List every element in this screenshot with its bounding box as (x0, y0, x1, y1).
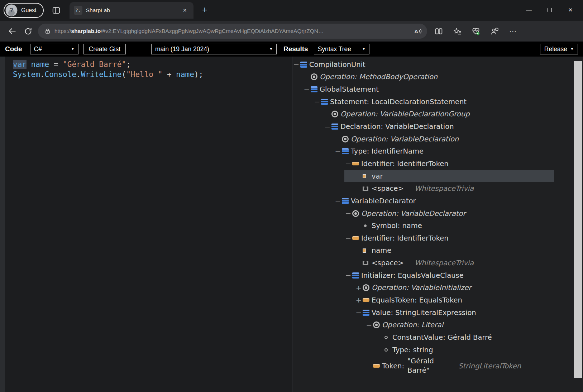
property-bullet-icon (363, 224, 372, 227)
read-aloud-button[interactable]: A (414, 28, 422, 34)
language-select[interactable]: C# ▼ (30, 44, 78, 54)
collapse-toggle[interactable]: − (334, 148, 342, 155)
maximize-button[interactable] (539, 0, 560, 20)
tree-row[interactable]: −VariableDeclarator (292, 195, 583, 207)
collapse-toggle[interactable]: − (355, 309, 363, 316)
tree-node-label: name (372, 246, 391, 255)
collapse-toggle[interactable]: − (292, 61, 300, 68)
maximize-icon (548, 8, 552, 12)
tree-row[interactable]: −Identifier: IdentifierToken (292, 158, 583, 170)
tree-row[interactable]: −Operation: Literal (292, 319, 583, 331)
chevron-down-icon: ▼ (269, 47, 273, 51)
tree-row[interactable]: name (292, 245, 583, 257)
tab-title: SharpLab (86, 7, 177, 14)
browser-tab-sharplab[interactable]: ?. SharpLab ✕ (70, 2, 193, 19)
operation-icon (373, 321, 382, 328)
guest-question-glyph: ? (5, 4, 18, 16)
url-scheme: https:// (54, 28, 71, 34)
expand-toggle[interactable]: + (355, 296, 363, 304)
operation-icon (363, 284, 372, 291)
tree-row[interactable]: −Identifier: IdentifierToken (292, 232, 583, 245)
create-gist-button[interactable]: Create Gist (83, 44, 126, 54)
tree-row[interactable]: −Declaration: VariableDeclaration (292, 120, 583, 133)
browser-essentials-button[interactable] (468, 23, 484, 39)
tree-row[interactable]: Type: string (292, 344, 583, 356)
token-icon (352, 162, 361, 165)
profile-button[interactable]: ? Guest (4, 3, 44, 18)
expand-toggle[interactable]: + (355, 284, 363, 291)
results-view-select[interactable]: Syntax Tree ▼ (314, 44, 369, 54)
editor-gutter (0, 57, 5, 392)
settings-more-button[interactable]: ⋯ (505, 23, 521, 39)
collapse-toggle[interactable]: − (365, 321, 373, 329)
code-token: ( (121, 70, 126, 79)
tree-node-label: <space> (372, 184, 404, 193)
collapse-toggle[interactable]: − (303, 86, 311, 93)
chevron-down-icon: ▼ (362, 47, 365, 51)
close-button[interactable]: ✕ (560, 0, 581, 20)
tree-row[interactable]: <space>WhitespaceTrivia (292, 257, 583, 269)
tree-row[interactable]: −Type: IdentifierName (292, 145, 583, 158)
split-screen-button[interactable] (431, 23, 446, 39)
tree-row[interactable]: −Operation: VariableDeclarator (292, 207, 583, 220)
token-value-icon (363, 248, 372, 253)
collapse-toggle[interactable]: − (344, 160, 352, 167)
tree-row[interactable]: <space>WhitespaceTrivia (292, 182, 583, 195)
code-editor[interactable]: var name = "Gérald Barré";System.Console… (0, 57, 292, 392)
tree-row[interactable]: −Value: StringLiteralExpression (292, 306, 583, 319)
tree-row[interactable]: ConstantValue: Gérald Barré (292, 331, 583, 344)
tree-node-label: Operation: Literal (382, 321, 443, 329)
tab-layout-icon (52, 6, 61, 15)
workspaces-button[interactable] (487, 23, 502, 39)
syntax-node-icon (342, 198, 351, 204)
tree-row[interactable]: Operation: VariableDeclaration (292, 133, 583, 145)
code-token: . (76, 70, 81, 79)
new-tab-button[interactable]: + (199, 4, 210, 17)
collapse-toggle[interactable]: − (313, 98, 321, 105)
refresh-button[interactable] (20, 23, 36, 39)
collapse-toggle[interactable]: − (344, 272, 352, 279)
token-icon (352, 236, 361, 240)
browser-essentials-icon (471, 26, 481, 36)
minimize-button[interactable]: — (519, 0, 539, 20)
tree-row[interactable]: Token:"Gérald Barré"StringLiteralToken (292, 356, 583, 375)
syntax-tree-panel: −CompilationUnitOperation: MethodBodyOpe… (292, 57, 583, 392)
node-kind-hint: StringLiteralToken (458, 362, 521, 370)
code-token: ); (194, 70, 203, 79)
tree-row[interactable]: +EqualsToken: EqualsToken (292, 294, 583, 306)
tab-actions-button[interactable] (51, 5, 62, 16)
tree-node-label: Identifier: IdentifierToken (361, 160, 449, 168)
tree-row[interactable]: Operation: VariableDeclarationGroup (292, 108, 583, 121)
tree-row[interactable]: −Statement: LocalDeclarationStatement (292, 96, 583, 108)
address-bar[interactable]: https://sharplab.io/#v2:EYLgtghglgdgNAFx… (38, 24, 427, 39)
collapse-toggle[interactable]: − (324, 123, 331, 130)
code-token: WriteLine (81, 70, 122, 79)
guest-avatar: ? (5, 4, 18, 16)
tree-node-label: Operation: VariableDeclarator (361, 209, 465, 218)
tree-row[interactable]: −GlobalStatement (292, 83, 583, 96)
collapse-toggle[interactable]: − (334, 197, 342, 204)
tree-node-label: Identifier: IdentifierToken (361, 234, 449, 242)
syntax-node-icon (321, 99, 330, 105)
tree-row[interactable]: Symbol: name (292, 219, 583, 232)
tree-row-selected[interactable]: var (292, 170, 583, 183)
code-line-2: System.Console.WriteLine("Hello " + name… (13, 70, 292, 80)
tree-row[interactable]: +Operation: VariableInitializer (292, 282, 583, 294)
release-mode-select[interactable]: Release ▼ (540, 44, 578, 54)
collapse-toggle[interactable]: − (344, 210, 352, 217)
tree-row[interactable]: −Initializer: EqualsValueClause (292, 269, 583, 282)
property-ring-icon (383, 336, 392, 339)
collapse-toggle[interactable]: − (344, 234, 352, 242)
tree-node-label: ConstantValue: Gérald Barré (392, 333, 492, 342)
branch-select[interactable]: main (19 Jan 2024) ▼ (151, 44, 277, 54)
favorites-button[interactable] (449, 23, 465, 39)
tab-close-icon[interactable]: ✕ (181, 6, 189, 15)
code-token: ; (126, 60, 131, 69)
back-button[interactable] (4, 23, 20, 39)
tree-row[interactable]: −CompilationUnit (292, 58, 583, 71)
code-token: name (31, 60, 49, 69)
tree-node-label: Operation: MethodBodyOperation (320, 73, 438, 81)
tree-row[interactable]: Operation: MethodBodyOperation (292, 71, 583, 83)
code-token: "Hello " (126, 70, 162, 79)
minimize-icon: — (526, 7, 532, 13)
